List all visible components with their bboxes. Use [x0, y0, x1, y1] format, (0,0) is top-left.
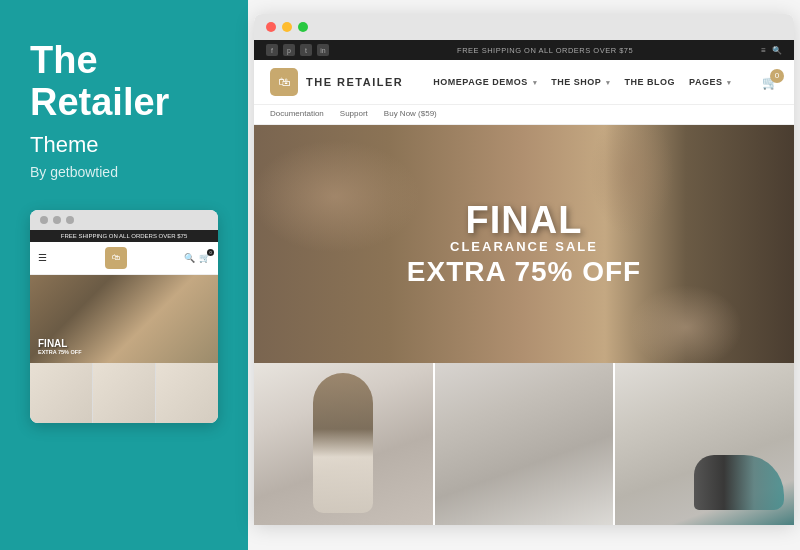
cart-badge: 0 [770, 69, 784, 83]
facebook-icon: f [266, 44, 278, 56]
site-navbar[interactable]: 🛍 THE RETAILER HOMEPAGE DEMOS ▾ THE SHOP… [254, 60, 794, 105]
topbar-icons: ≡ 🔍 [761, 46, 782, 55]
main-preview: f p t in FREE SHIPPING ON ALL ORDERS OVE… [248, 0, 800, 550]
left-panel: The Retailer Theme By getbowtied FREE SH… [0, 0, 248, 550]
site-nav: HOMEPAGE DEMOS ▾ THE SHOP ▾ THE BLOG PAG… [433, 77, 732, 87]
mini-nav-icons: 🔍 🛒 0 [184, 253, 210, 263]
browser-dot-green [298, 22, 308, 32]
mini-products [30, 363, 218, 423]
browser-frame: f p t in FREE SHIPPING ON ALL ORDERS OVE… [254, 14, 794, 525]
topbar-search-icon: 🔍 [772, 46, 782, 55]
mini-search-icon: 🔍 [184, 253, 195, 263]
mini-product-1 [30, 363, 93, 423]
mini-product-img-1 [30, 363, 92, 423]
topbar-menu-icon: ≡ [761, 46, 766, 55]
subnav-support[interactable]: Support [340, 109, 368, 118]
mini-hero-title: FINAL [38, 338, 82, 349]
mini-product-3 [156, 363, 218, 423]
chevron-down-icon: ▾ [727, 79, 732, 86]
mini-product-img-2 [93, 363, 155, 423]
product-person-silhouette [313, 373, 373, 513]
mini-dot-1 [40, 216, 48, 224]
mini-hamburger-icon: ☰ [38, 252, 47, 263]
site-hero: FINAL CLEARANCE SALE EXTRA 75% OFF [254, 125, 794, 363]
nav-item-homepage[interactable]: HOMEPAGE DEMOS ▾ [433, 77, 537, 87]
browser-dot-red [266, 22, 276, 32]
twitter-icon: t [300, 44, 312, 56]
mini-dot-2 [53, 216, 61, 224]
browser-dot-yellow [282, 22, 292, 32]
logo-icon: 🛍 [270, 68, 298, 96]
pinterest-icon: p [283, 44, 295, 56]
mini-cart-badge: 0 [207, 249, 214, 256]
theme-author: By getbowtied [30, 164, 218, 180]
chevron-down-icon: ▾ [533, 79, 538, 86]
mini-titlebar [30, 210, 218, 230]
hero-background: FINAL CLEARANCE SALE EXTRA 75% OFF [254, 125, 794, 363]
site-topbar: f p t in FREE SHIPPING ON ALL ORDERS OVE… [254, 40, 794, 60]
browser-titlebar [254, 14, 794, 40]
product-image-2 [435, 363, 614, 525]
nav-item-pages[interactable]: PAGES ▾ [689, 77, 732, 87]
product-shoe-silhouette [694, 455, 784, 510]
theme-subtitle: Theme [30, 132, 218, 158]
subnav-buy[interactable]: Buy Now ($59) [384, 109, 437, 118]
site-subnav: Documentation Support Buy Now ($59) [254, 105, 794, 125]
theme-title: The Retailer [30, 40, 218, 124]
mini-dot-3 [66, 216, 74, 224]
hero-text-overlay: FINAL CLEARANCE SALE EXTRA 75% OFF [407, 201, 641, 288]
hero-main-title: FINAL [407, 201, 641, 239]
cart-button[interactable]: 🛒 0 [762, 75, 778, 90]
mini-product-img-3 [156, 363, 218, 423]
nav-item-shop[interactable]: THE SHOP ▾ [551, 77, 610, 87]
subnav-documentation[interactable]: Documentation [270, 109, 324, 118]
site-logo: 🛍 THE RETAILER [270, 68, 403, 96]
mini-product-2 [93, 363, 156, 423]
product-card-3[interactable] [615, 363, 794, 525]
mini-topbar: FREE SHIPPING ON ALL ORDERS OVER $75 [30, 230, 218, 242]
mini-cart-icon: 🛒 0 [199, 253, 210, 263]
mini-navbar: ☰ 🛍 🔍 🛒 0 [30, 242, 218, 275]
product-card-1[interactable] [254, 363, 435, 525]
hero-discount-text: EXTRA 75% OFF [407, 256, 641, 288]
mini-hero: FINAL EXTRA 75% OFF [30, 275, 218, 363]
product-card-2[interactable] [435, 363, 616, 525]
product-image-1 [254, 363, 433, 525]
nav-item-blog[interactable]: THE BLOG [625, 77, 676, 87]
site-nav-right: 🛒 0 [762, 75, 778, 90]
mini-hero-sub: EXTRA 75% OFF [38, 349, 82, 355]
hero-clearance-text: CLEARANCE SALE [407, 239, 641, 254]
site-products [254, 363, 794, 525]
instagram-icon: in [317, 44, 329, 56]
product-image-3 [615, 363, 794, 525]
mini-logo-icon: 🛍 [105, 247, 127, 269]
topbar-social: f p t in [266, 44, 329, 56]
topbar-shipping: FREE SHIPPING ON ALL ORDERS OVER $75 [457, 46, 633, 55]
chevron-down-icon: ▾ [606, 79, 611, 86]
logo-text: THE RETAILER [306, 76, 403, 88]
mini-hero-overlay: FINAL EXTRA 75% OFF [38, 338, 82, 355]
mini-preview: FREE SHIPPING ON ALL ORDERS OVER $75 ☰ 🛍… [30, 210, 218, 423]
